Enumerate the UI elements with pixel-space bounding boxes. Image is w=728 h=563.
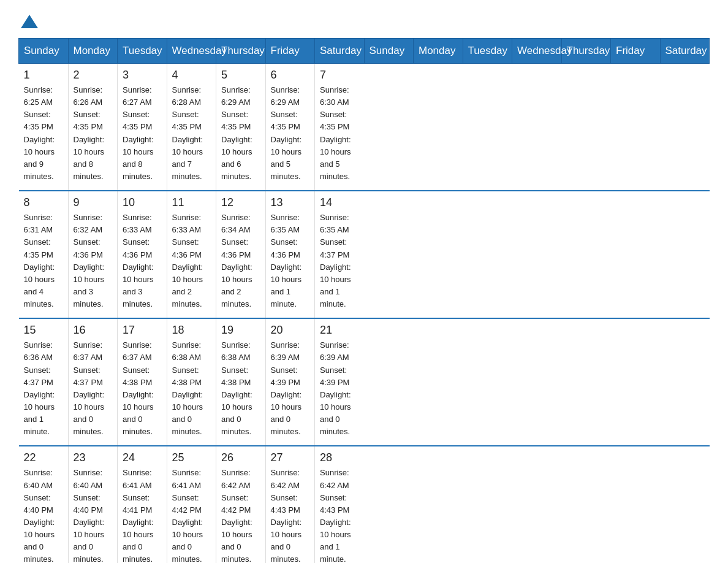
day-info: Sunrise: 6:25 AMSunset: 4:35 PMDaylight:… bbox=[24, 84, 63, 183]
week-row-1: 1 Sunrise: 6:25 AMSunset: 4:35 PMDayligh… bbox=[19, 64, 710, 191]
day-number: 10 bbox=[123, 196, 162, 209]
day-info: Sunrise: 6:37 AMSunset: 4:37 PMDaylight:… bbox=[74, 339, 113, 438]
day-number: 3 bbox=[123, 69, 162, 82]
day-cell: 1 Sunrise: 6:25 AMSunset: 4:35 PMDayligh… bbox=[19, 64, 69, 191]
day-number: 19 bbox=[221, 324, 260, 337]
day-info: Sunrise: 6:33 AMSunset: 4:36 PMDaylight:… bbox=[172, 212, 211, 310]
calendar-header-row: SundayMondayTuesdayWednesdayThursdayFrid… bbox=[19, 39, 710, 64]
day-info: Sunrise: 6:26 AMSunset: 4:35 PMDaylight:… bbox=[74, 84, 113, 183]
page-header bbox=[18, 12, 710, 26]
day-info: Sunrise: 6:41 AMSunset: 4:42 PMDaylight:… bbox=[172, 467, 211, 563]
day-cell: 11 Sunrise: 6:33 AMSunset: 4:36 PMDaylig… bbox=[167, 191, 216, 318]
day-cell: 25 Sunrise: 6:41 AMSunset: 4:42 PMDaylig… bbox=[167, 446, 216, 563]
day-info: Sunrise: 6:29 AMSunset: 4:35 PMDaylight:… bbox=[221, 84, 260, 183]
logo bbox=[18, 12, 38, 26]
day-info: Sunrise: 6:38 AMSunset: 4:38 PMDaylight:… bbox=[172, 339, 211, 438]
day-info: Sunrise: 6:40 AMSunset: 4:40 PMDaylight:… bbox=[74, 467, 113, 563]
calendar-table: SundayMondayTuesdayWednesdayThursdayFrid… bbox=[18, 38, 710, 563]
week-row-2: 8 Sunrise: 6:31 AMSunset: 4:35 PMDayligh… bbox=[19, 191, 710, 318]
header-sunday: Sunday bbox=[364, 39, 414, 64]
header-friday: Friday bbox=[265, 39, 315, 64]
day-cell: 24 Sunrise: 6:41 AMSunset: 4:41 PMDaylig… bbox=[118, 446, 167, 563]
day-cell: 6 Sunrise: 6:29 AMSunset: 4:35 PMDayligh… bbox=[265, 64, 315, 191]
day-number: 27 bbox=[271, 451, 310, 464]
day-cell: 26 Sunrise: 6:42 AMSunset: 4:42 PMDaylig… bbox=[216, 446, 266, 563]
day-cell: 8 Sunrise: 6:31 AMSunset: 4:35 PMDayligh… bbox=[19, 191, 69, 318]
day-cell: 2 Sunrise: 6:26 AMSunset: 4:35 PMDayligh… bbox=[68, 64, 118, 191]
day-number: 13 bbox=[271, 196, 310, 209]
day-cell: 28 Sunrise: 6:42 AMSunset: 4:43 PMDaylig… bbox=[315, 446, 365, 563]
day-info: Sunrise: 6:27 AMSunset: 4:35 PMDaylight:… bbox=[123, 84, 162, 183]
day-number: 14 bbox=[320, 196, 359, 209]
day-number: 22 bbox=[24, 451, 63, 464]
day-cell: 19 Sunrise: 6:38 AMSunset: 4:38 PMDaylig… bbox=[216, 318, 266, 446]
day-cell: 3 Sunrise: 6:27 AMSunset: 4:35 PMDayligh… bbox=[118, 64, 167, 191]
day-info: Sunrise: 6:33 AMSunset: 4:36 PMDaylight:… bbox=[123, 212, 162, 310]
day-number: 26 bbox=[221, 451, 260, 464]
day-cell: 17 Sunrise: 6:37 AMSunset: 4:38 PMDaylig… bbox=[118, 318, 167, 446]
day-cell: 14 Sunrise: 6:35 AMSunset: 4:37 PMDaylig… bbox=[315, 191, 365, 318]
day-info: Sunrise: 6:39 AMSunset: 4:39 PMDaylight:… bbox=[271, 339, 310, 438]
day-cell: 10 Sunrise: 6:33 AMSunset: 4:36 PMDaylig… bbox=[118, 191, 167, 318]
day-number: 16 bbox=[74, 324, 113, 337]
day-number: 15 bbox=[24, 324, 63, 337]
header-thursday: Thursday bbox=[561, 39, 611, 64]
day-info: Sunrise: 6:42 AMSunset: 4:43 PMDaylight:… bbox=[320, 467, 359, 563]
day-cell: 20 Sunrise: 6:39 AMSunset: 4:39 PMDaylig… bbox=[265, 318, 315, 446]
day-cell: 22 Sunrise: 6:40 AMSunset: 4:40 PMDaylig… bbox=[19, 446, 69, 563]
header-tuesday: Tuesday bbox=[118, 39, 167, 64]
day-number: 6 bbox=[271, 69, 310, 82]
day-info: Sunrise: 6:30 AMSunset: 4:35 PMDaylight:… bbox=[320, 84, 359, 183]
header-thursday: Thursday bbox=[216, 39, 266, 64]
day-info: Sunrise: 6:36 AMSunset: 4:37 PMDaylight:… bbox=[24, 339, 63, 438]
day-number: 8 bbox=[24, 196, 63, 209]
day-info: Sunrise: 6:35 AMSunset: 4:37 PMDaylight:… bbox=[320, 212, 359, 310]
header-monday: Monday bbox=[414, 39, 463, 64]
day-info: Sunrise: 6:28 AMSunset: 4:35 PMDaylight:… bbox=[172, 84, 211, 183]
header-tuesday: Tuesday bbox=[463, 39, 512, 64]
day-cell: 5 Sunrise: 6:29 AMSunset: 4:35 PMDayligh… bbox=[216, 64, 266, 191]
day-cell: 12 Sunrise: 6:34 AMSunset: 4:36 PMDaylig… bbox=[216, 191, 266, 318]
header-monday: Monday bbox=[68, 39, 118, 64]
header-saturday: Saturday bbox=[660, 39, 710, 64]
day-info: Sunrise: 6:31 AMSunset: 4:35 PMDaylight:… bbox=[24, 212, 63, 310]
day-cell: 27 Sunrise: 6:42 AMSunset: 4:43 PMDaylig… bbox=[265, 446, 315, 563]
day-info: Sunrise: 6:39 AMSunset: 4:39 PMDaylight:… bbox=[320, 339, 359, 438]
day-info: Sunrise: 6:41 AMSunset: 4:41 PMDaylight:… bbox=[123, 467, 162, 563]
day-info: Sunrise: 6:40 AMSunset: 4:40 PMDaylight:… bbox=[24, 467, 63, 563]
day-cell: 16 Sunrise: 6:37 AMSunset: 4:37 PMDaylig… bbox=[68, 318, 118, 446]
day-number: 2 bbox=[74, 69, 113, 82]
day-info: Sunrise: 6:34 AMSunset: 4:36 PMDaylight:… bbox=[221, 212, 260, 310]
day-number: 4 bbox=[172, 69, 211, 82]
week-row-4: 22 Sunrise: 6:40 AMSunset: 4:40 PMDaylig… bbox=[19, 446, 710, 563]
day-number: 20 bbox=[271, 324, 310, 337]
header-wednesday: Wednesday bbox=[167, 39, 216, 64]
day-number: 5 bbox=[221, 69, 260, 82]
day-info: Sunrise: 6:42 AMSunset: 4:42 PMDaylight:… bbox=[221, 467, 260, 563]
day-number: 21 bbox=[320, 324, 359, 337]
logo-triangle-icon bbox=[21, 15, 38, 28]
day-info: Sunrise: 6:32 AMSunset: 4:36 PMDaylight:… bbox=[74, 212, 113, 310]
day-cell: 18 Sunrise: 6:38 AMSunset: 4:38 PMDaylig… bbox=[167, 318, 216, 446]
day-number: 9 bbox=[74, 196, 113, 209]
day-info: Sunrise: 6:42 AMSunset: 4:43 PMDaylight:… bbox=[271, 467, 310, 563]
day-cell: 15 Sunrise: 6:36 AMSunset: 4:37 PMDaylig… bbox=[19, 318, 69, 446]
day-number: 1 bbox=[24, 69, 63, 82]
day-number: 17 bbox=[123, 324, 162, 337]
day-number: 7 bbox=[320, 69, 359, 82]
day-cell: 9 Sunrise: 6:32 AMSunset: 4:36 PMDayligh… bbox=[68, 191, 118, 318]
header-saturday: Saturday bbox=[315, 39, 365, 64]
header-wednesday: Wednesday bbox=[512, 39, 562, 64]
day-number: 23 bbox=[74, 451, 113, 464]
day-number: 11 bbox=[172, 196, 211, 209]
day-info: Sunrise: 6:35 AMSunset: 4:36 PMDaylight:… bbox=[271, 212, 310, 310]
header-sunday: Sunday bbox=[19, 39, 69, 64]
day-cell: 13 Sunrise: 6:35 AMSunset: 4:36 PMDaylig… bbox=[265, 191, 315, 318]
day-info: Sunrise: 6:38 AMSunset: 4:38 PMDaylight:… bbox=[221, 339, 260, 438]
day-number: 28 bbox=[320, 451, 359, 464]
day-info: Sunrise: 6:37 AMSunset: 4:38 PMDaylight:… bbox=[123, 339, 162, 438]
day-cell: 23 Sunrise: 6:40 AMSunset: 4:40 PMDaylig… bbox=[68, 446, 118, 563]
day-number: 18 bbox=[172, 324, 211, 337]
day-number: 12 bbox=[221, 196, 260, 209]
day-cell: 7 Sunrise: 6:30 AMSunset: 4:35 PMDayligh… bbox=[315, 64, 365, 191]
